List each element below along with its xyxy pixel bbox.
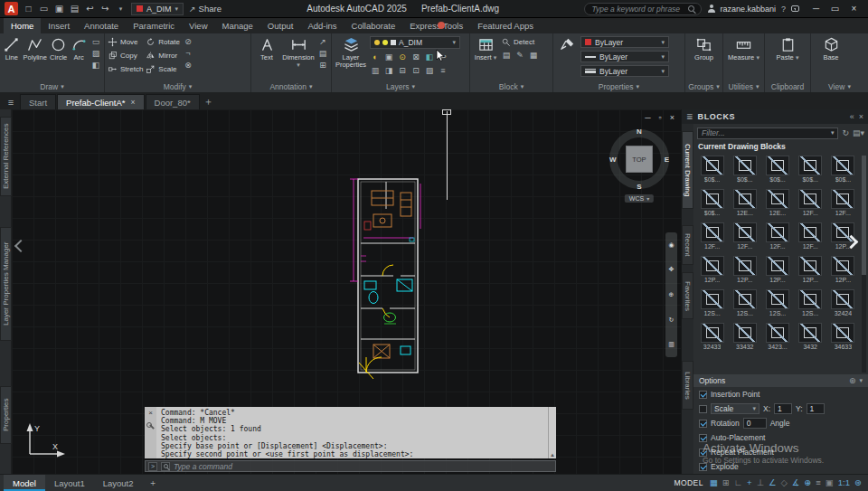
viewcube[interactable]: TOP N S W E WCS▾ xyxy=(609,129,669,189)
undo-icon[interactable]: ↩ xyxy=(85,5,95,14)
block-item[interactable]: $0$... xyxy=(761,156,793,188)
polyline-tool-button[interactable]: Polyline xyxy=(24,36,47,61)
layout-tab[interactable]: Model xyxy=(4,475,45,491)
close-tab-icon[interactable]: × xyxy=(131,98,136,107)
properties-panel-title[interactable]: Properties▾ xyxy=(553,80,684,92)
viewport-restore-icon[interactable]: ▫ xyxy=(659,113,662,122)
groups-panel-title[interactable]: Groups▾ xyxy=(685,80,722,92)
uniform-scale-checkbox[interactable] xyxy=(699,405,707,413)
command-customize-icon[interactable] xyxy=(146,422,155,430)
file-tab[interactable]: Prefab-ClientA* × xyxy=(57,94,144,109)
blocks-side-tab[interactable]: Recent xyxy=(682,225,693,265)
base-view-button[interactable]: Base xyxy=(818,36,844,61)
copy-tool-button[interactable]: Copy xyxy=(108,50,143,61)
help-icon[interactable]: ? xyxy=(781,5,786,14)
fillet-tool-icon[interactable]: ¬ xyxy=(183,48,193,59)
block-item[interactable]: $0$... xyxy=(827,156,859,188)
circle-tool-button[interactable]: Circle xyxy=(50,36,68,61)
utilities-panel-title[interactable]: Utilities▾ xyxy=(723,80,764,92)
paste-button[interactable]: Paste ▾ xyxy=(775,36,800,61)
isometric-drafting-icon[interactable]: ◇ xyxy=(780,478,787,487)
open-file-icon[interactable]: ▭ xyxy=(39,5,49,14)
erase-tool-icon[interactable]: ⊗ xyxy=(183,60,193,71)
ribbon-tab[interactable]: Parametric xyxy=(126,18,182,33)
layer-state-icon[interactable]: ▨ xyxy=(424,65,435,76)
blocks-filter-box[interactable]: ▾ xyxy=(697,127,838,139)
dimension-tool-button[interactable]: Dimension ▾ xyxy=(282,36,315,70)
ribbon-tab[interactable]: Add-ins xyxy=(300,18,344,33)
trim-tool-icon[interactable]: ⊘ xyxy=(183,36,193,47)
compass-east-label[interactable]: E xyxy=(665,156,669,164)
blocks-side-tab[interactable]: Current Drawing xyxy=(682,131,693,209)
infer-constraints-icon[interactable]: ∟ xyxy=(734,478,742,487)
gear-icon[interactable]: ⊛ xyxy=(849,376,856,385)
command-input-bar[interactable]: > xyxy=(145,460,556,472)
block-item[interactable]: 12P... xyxy=(761,256,793,288)
ribbon-tab[interactable]: Output xyxy=(260,18,301,33)
viewport-minimize-icon[interactable]: ─ xyxy=(645,113,650,122)
rotation-field[interactable]: 0 xyxy=(743,418,767,429)
block-item[interactable]: 12F... xyxy=(761,222,793,255)
layout-tab[interactable]: Layout1 xyxy=(45,475,94,491)
customization-icon[interactable]: ⊛ xyxy=(854,478,862,487)
lineweight-icon[interactable]: ≡ xyxy=(816,478,821,487)
plot-icon[interactable]: ▤ xyxy=(70,5,80,14)
ortho-mode-icon[interactable]: ⊥ xyxy=(757,478,764,487)
block-editor-icon[interactable]: ▦ xyxy=(528,50,539,61)
insert-block-button[interactable]: Insert ▾ xyxy=(473,36,498,61)
block-item[interactable]: 12S... xyxy=(729,289,760,322)
block-item[interactable]: 34633 xyxy=(827,323,859,355)
block-item[interactable]: 33432 xyxy=(729,323,760,355)
viewport-close-icon[interactable]: × xyxy=(670,113,675,122)
gradient-tool-icon[interactable]: ◧ xyxy=(90,60,101,71)
command-input[interactable] xyxy=(174,462,552,471)
save-icon[interactable]: ▣ xyxy=(54,5,64,14)
block-item[interactable]: 12E... xyxy=(729,189,760,222)
layer-settings-icon[interactable]: ≡ xyxy=(438,65,448,76)
block-item[interactable]: 12P... xyxy=(827,256,859,288)
layer-isolate-icon[interactable]: ▣ xyxy=(383,52,394,62)
layer-match-icon[interactable]: ◧ xyxy=(424,52,435,62)
quick-layer-dropdown[interactable]: A_DIM ▾ xyxy=(131,3,184,15)
selection-cycling-icon[interactable]: ▣ xyxy=(826,478,834,487)
view-panel-title[interactable]: View▾ xyxy=(811,80,868,92)
object-snap-icon[interactable]: ⊕ xyxy=(804,478,811,487)
polar-tracking-icon[interactable]: ∠ xyxy=(769,478,777,487)
layer-walk-icon[interactable]: ▥ xyxy=(370,65,381,76)
ribbon-tab[interactable]: Express Tools xyxy=(402,18,470,33)
new-layout-button[interactable]: ＋ xyxy=(144,475,164,491)
layers-panel-title[interactable]: Layers▾ xyxy=(332,80,469,92)
dynamic-input-icon[interactable]: + xyxy=(747,478,752,487)
block-item[interactable]: 12P... xyxy=(729,256,760,288)
block-item[interactable]: $0$... xyxy=(696,189,728,222)
linetype-dropdown[interactable]: ByLayer ▾ xyxy=(580,51,669,62)
blocks-side-tab[interactable]: Favorites xyxy=(682,272,693,319)
app-menu-button[interactable]: A xyxy=(5,2,18,15)
file-tab-menu-icon[interactable]: ≡ xyxy=(3,94,19,109)
draw-panel-title[interactable]: Draw▾ xyxy=(0,80,104,92)
line-tool-button[interactable]: Line xyxy=(3,36,21,61)
command-search-icon[interactable] xyxy=(161,462,170,471)
new-file-icon[interactable]: □ xyxy=(24,5,33,14)
coordinate-system-dropdown[interactable]: WCS▾ xyxy=(625,194,654,203)
table-tool-icon[interactable]: ▤ xyxy=(317,48,328,59)
maximize-button[interactable]: ▭ xyxy=(826,0,844,17)
block-item[interactable]: 12F... xyxy=(827,189,859,222)
ribbon-tab[interactable]: Insert xyxy=(41,18,77,33)
file-tab[interactable]: Start xyxy=(20,94,56,109)
palette-tab[interactable]: Properties xyxy=(0,386,12,444)
zoom-icon[interactable]: ⊕ xyxy=(669,291,675,298)
help-search-box[interactable] xyxy=(584,3,702,15)
search-icon[interactable] xyxy=(688,5,694,12)
assistant-icon[interactable] xyxy=(791,5,799,12)
arc-tool-button[interactable]: Arc xyxy=(70,36,88,61)
rotate-tool-button[interactable]: Rotate xyxy=(146,36,180,48)
layer-off-icon[interactable]: ◐ xyxy=(370,52,381,62)
modify-panel-title[interactable]: Modify▾ xyxy=(105,80,250,92)
detect-button[interactable]: Detect xyxy=(501,36,539,48)
move-tool-button[interactable]: Move xyxy=(108,36,143,48)
block-item[interactable]: 12P... xyxy=(696,256,728,288)
write-block-icon[interactable]: ✎ xyxy=(514,50,525,61)
create-block-icon[interactable]: ▤ xyxy=(501,50,512,61)
palette-autohide-icon[interactable]: « xyxy=(850,112,854,121)
